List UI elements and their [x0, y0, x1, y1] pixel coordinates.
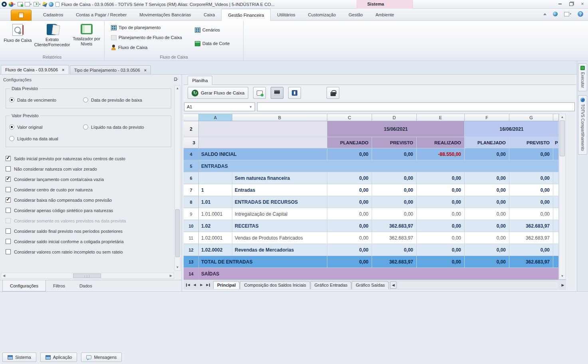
ribbon-button-totalizador-por-niveis[interactable]: Totalizador por Níveis [72, 22, 101, 55]
ribbon-tab-cadastros[interactable]: Cadastros [37, 9, 69, 21]
sheet-tab-grafico-entradas[interactable]: Gráfico Entradas [311, 281, 352, 289]
cell-code[interactable]: 1.01.0001 [199, 208, 232, 220]
sistema-button[interactable]: Sistema [2, 352, 36, 362]
cell-value[interactable]: 0,00 [417, 244, 465, 256]
mensagens-button[interactable]: Mensagens [81, 352, 122, 362]
cell-value[interactable]: 0,00 [372, 148, 417, 160]
chevron-down-icon[interactable]: ▾ [570, 12, 571, 16]
cell-value[interactable]: 0,00 [465, 232, 509, 244]
save-button[interactable] [271, 87, 283, 99]
cell-value[interactable]: 0,00 [417, 220, 465, 232]
column-header-d[interactable]: D [372, 114, 417, 121]
cell-value[interactable]: 0,00 [509, 208, 553, 220]
totvs-logo-icon[interactable] [2, 2, 7, 7]
scrollbar-thumb[interactable]: ❘❘❘ [73, 273, 101, 278]
checkbox-considerar-lancamento-com-conta-caixa-vazia[interactable]: Considerar lançamento com conta/caixa va… [6, 177, 171, 182]
cell-value[interactable]: 0,00 [372, 244, 417, 256]
config-tab-configuracoes[interactable]: Configurações [2, 280, 46, 291]
column-header-c[interactable]: C [327, 114, 372, 121]
checkbox-nao-considerar-natureza-com-valor-zerado[interactable]: Não considerar natureza com valor zerado [6, 166, 171, 171]
aplicacao-button[interactable]: Aplicação [40, 352, 77, 362]
cell-value[interactable]: 0,00 [327, 148, 372, 160]
close-icon[interactable]: × [144, 68, 147, 73]
column-header-b[interactable]: B [232, 114, 327, 121]
scroll-left-icon[interactable]: ◀ [1, 273, 7, 278]
cell-value[interactable]: 0,00 [465, 208, 509, 220]
help-icon[interactable]: ? [578, 11, 583, 17]
cell-value[interactable]: 0,00 [465, 220, 509, 232]
checkbox-considerar-somente-os-valores-previstos-na-data-prevista[interactable]: Considerar somente os valores previstos … [6, 218, 171, 223]
column-header-a[interactable]: A [199, 114, 232, 121]
last-sheet-icon[interactable]: ▶ [205, 281, 212, 289]
export-button[interactable] [288, 87, 301, 99]
checkbox-considerar-saldo-inicial-conforme-a-coligada-proprietaria[interactable]: Considerar saldo inicial conforme a coli… [6, 239, 171, 244]
checkbox-icon[interactable] [6, 187, 11, 192]
ribbon-button-tipo-de-planejamento[interactable]: Tipo de planejamento [109, 23, 184, 32]
cell-value[interactable]: 0,00 [327, 220, 372, 232]
side-tab-totvs-compartilhamento[interactable]: TOTVS Compartilhamento [578, 95, 587, 155]
close-icon[interactable]: × [579, 1, 586, 7]
ribbon-tab-caixa[interactable]: Caixa [197, 9, 221, 21]
scroll-down-icon[interactable]: ▼ [175, 265, 180, 270]
cell-value[interactable]: 0,00 [509, 196, 553, 208]
radio-option-liquido-na-data-do-previsto[interactable]: Líquido na data do previsto [83, 124, 168, 130]
ribbon-button-extrato-cliente-fornecedor[interactable]: Extrato Cliente/Fornecedor [36, 22, 68, 55]
scroll-up-icon[interactable]: ▲ [559, 114, 565, 120]
checkbox-icon[interactable] [6, 156, 11, 161]
cell-value[interactable]: 0,00 [327, 244, 372, 256]
ribbon-tab-utilitarios[interactable]: Utilitários [271, 9, 301, 21]
column-header-e[interactable]: E [417, 114, 465, 121]
chevron-down-icon[interactable]: ▼ [249, 105, 252, 109]
grid-vertical-scrollbar[interactable]: ▲ ▼ [559, 114, 566, 279]
radio-icon[interactable] [9, 124, 14, 130]
cell-value[interactable]: 0,00 [327, 172, 372, 184]
cell-value[interactable]: 0,00 [372, 196, 417, 208]
radio-icon[interactable] [9, 136, 14, 141]
checkbox-considerar-centro-de-custo-por-natureza[interactable]: Considerar centro de custo por natureza [6, 187, 171, 192]
cell-value[interactable]: 0,00 [509, 148, 553, 160]
scrollbar-thumb[interactable] [560, 120, 565, 156]
scroll-right-icon[interactable]: ▶ [168, 273, 174, 278]
cell-name[interactable]: Revendas de Mercadorias [232, 244, 327, 256]
quick-access-item[interactable]: ▾ [34, 2, 41, 6]
cell-name[interactable]: RECEITAS [232, 220, 327, 232]
row-number[interactable]: 7 [184, 184, 199, 196]
ribbon-button-fluxo-de-caixa[interactable]: Fluxo de Caixa [3, 22, 32, 55]
radio-option-valor-original[interactable]: Valor original [9, 124, 83, 130]
cell-value[interactable]: 0,00 [372, 172, 417, 184]
generate-cash-flow-button[interactable]: ↻ Gerar Fluxo de Caixa [188, 87, 248, 99]
cell-value[interactable]: 0,00 [327, 184, 372, 196]
sheet-tabs-scroll-left-icon[interactable]: ◀ [390, 281, 396, 289]
previous-sheet-icon[interactable]: ◀ [191, 281, 198, 289]
cell-value[interactable]: 0,00 [417, 256, 465, 268]
ribbon-tab-gestao[interactable]: Gestão [342, 9, 369, 21]
minimize-icon[interactable] [557, 1, 563, 7]
cell-value[interactable]: 0,00 [509, 184, 553, 196]
restore-icon[interactable] [568, 1, 574, 7]
checkbox-considerar-apenas-codigo-sintetico-para-naturezas[interactable]: Considerar apenas código sintético para … [6, 208, 171, 213]
spreadsheet-grid[interactable]: ABCDEFG215/06/202116/06/20213PLANEJADOPR… [184, 114, 559, 279]
chevron-down-icon[interactable]: ▾ [30, 3, 32, 6]
radio-option-data-de-vencimento[interactable]: Data de vencimento [9, 97, 83, 102]
row-number[interactable]: 6 [184, 172, 199, 184]
cell-value[interactable]: 0,00 [327, 232, 372, 244]
radio-icon[interactable] [9, 97, 14, 102]
quick-access-item[interactable] [43, 2, 47, 6]
system-menu-label[interactable]: Sistema [367, 2, 384, 6]
cell-value[interactable]: 362.683,97 [372, 232, 417, 244]
cell-value[interactable]: 0,00 [417, 232, 465, 244]
cell-value[interactable]: 0,00 [509, 172, 553, 184]
row-number[interactable]: 10 [184, 220, 199, 232]
cell-reference-box[interactable]: A1 ▼ [184, 102, 255, 111]
sheet-tab-grafico-saidas[interactable]: Gráfico Saídas [352, 281, 389, 289]
cell-value[interactable]: 0,00 [465, 256, 509, 268]
quick-access-item[interactable] [18, 2, 23, 6]
checkbox-icon[interactable] [6, 218, 11, 223]
cell-code[interactable] [199, 172, 232, 184]
row-number[interactable]: 4 [184, 148, 199, 160]
row-number[interactable]: 3 [184, 137, 199, 148]
checkbox-saldo-inicial-previsto-por-naturezas-e-ou-centros-de-custo[interactable]: Saldo inicial previsto por naturezas e/o… [6, 156, 171, 161]
cell-name[interactable]: Entradas [232, 184, 327, 196]
side-tab-executar[interactable]: Executar [578, 63, 587, 91]
tab-planilha[interactable]: Planilha [188, 76, 212, 85]
